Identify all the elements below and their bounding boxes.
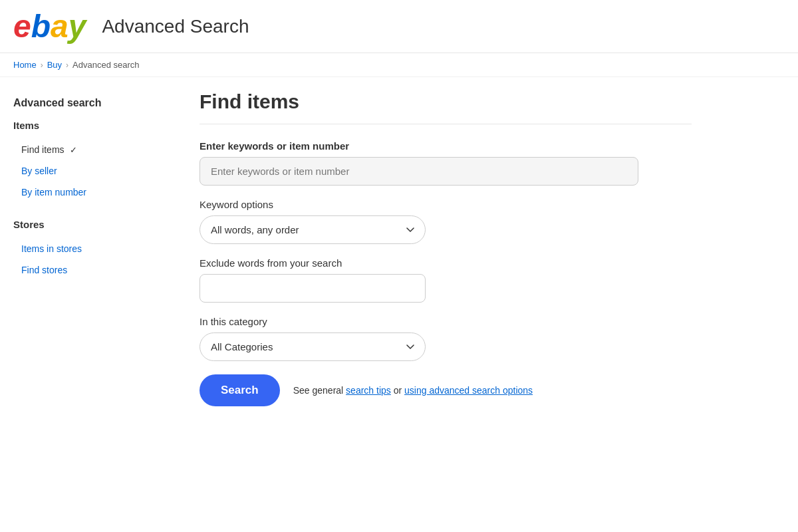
sidebar-section-stores: Stores — [13, 219, 173, 230]
breadcrumb-sep-1: › — [41, 61, 43, 70]
sidebar-nav-stores: Items in stores Find stores — [13, 238, 173, 281]
keyword-options-form-group: Keyword options All words, any order Any… — [200, 199, 692, 244]
check-icon: ✓ — [70, 145, 77, 155]
sidebar-item-items-in-stores[interactable]: Items in stores — [13, 238, 173, 259]
exclude-form-group: Exclude words from your search — [200, 257, 692, 303]
search-hint: See general search tips or using advance… — [293, 385, 533, 396]
breadcrumb-sep-2: › — [66, 61, 68, 70]
search-tips-link[interactable]: search tips — [346, 385, 391, 396]
category-label: In this category — [200, 316, 692, 327]
sidebar-item-find-items[interactable]: Find items ✓ — [13, 139, 173, 160]
header-title: Advanced Search — [102, 16, 249, 37]
breadcrumb: Home › Buy › Advanced search — [0, 53, 798, 77]
category-form-group: In this category All Categories Antiques… — [200, 316, 692, 361]
search-button[interactable]: Search — [200, 374, 280, 406]
sidebar-section-items: Items — [13, 120, 173, 131]
list-item: Find stores — [13, 259, 173, 281]
list-item: Items in stores — [13, 238, 173, 259]
ebay-logo: e b a y — [13, 8, 86, 45]
main-container: Advanced search Items Find items ✓ By se… — [0, 77, 798, 420]
divider — [200, 124, 692, 124]
sidebar-item-by-item-number[interactable]: By item number — [13, 182, 173, 203]
exclude-label: Exclude words from your search — [200, 257, 692, 269]
sidebar-item-by-seller-label: By seller — [21, 166, 57, 176]
logo-letter-a: a — [51, 8, 68, 45]
logo-letter-b: b — [31, 8, 51, 45]
advanced-search-options-link[interactable]: using advanced search options — [404, 385, 533, 396]
search-row: Search See general search tips or using … — [200, 374, 692, 406]
page-title: Find items — [200, 90, 692, 113]
keyword-form-group: Enter keywords or item number — [200, 140, 692, 186]
hint-text: See general — [293, 385, 346, 396]
sidebar-nav-items: Find items ✓ By seller By item number — [13, 139, 173, 203]
category-dropdown[interactable]: All Categories Antiques Art Baby Books B… — [200, 332, 426, 361]
sidebar-title: Advanced search — [13, 97, 173, 109]
sidebar-item-find-items-label: Find items — [21, 144, 65, 155]
keyword-options-dropdown[interactable]: All words, any order Any words, any orde… — [200, 215, 426, 244]
sidebar-item-find-stores[interactable]: Find stores — [13, 259, 173, 281]
keyword-label: Enter keywords or item number — [200, 140, 692, 152]
breadcrumb-current: Advanced search — [72, 60, 139, 70]
keyword-options-label: Keyword options — [200, 199, 692, 210]
hint-or: or — [391, 385, 404, 396]
sidebar: Advanced search Items Find items ✓ By se… — [13, 90, 173, 406]
breadcrumb-home[interactable]: Home — [13, 60, 37, 70]
page-header: e b a y Advanced Search — [0, 0, 798, 53]
logo-letter-y: y — [68, 8, 86, 45]
sidebar-item-find-stores-label: Find stores — [21, 265, 67, 275]
exclude-input[interactable] — [200, 274, 426, 303]
sidebar-item-by-item-number-label: By item number — [21, 187, 86, 198]
list-item: By item number — [13, 182, 173, 203]
keyword-input[interactable] — [200, 157, 638, 186]
breadcrumb-buy[interactable]: Buy — [47, 60, 62, 70]
sidebar-item-by-seller[interactable]: By seller — [13, 160, 173, 182]
list-item: Find items ✓ — [13, 139, 173, 160]
sidebar-item-items-in-stores-label: Items in stores — [21, 243, 82, 254]
logo-letter-e: e — [13, 8, 31, 45]
list-item: By seller — [13, 160, 173, 182]
content-area: Find items Enter keywords or item number… — [173, 90, 692, 406]
